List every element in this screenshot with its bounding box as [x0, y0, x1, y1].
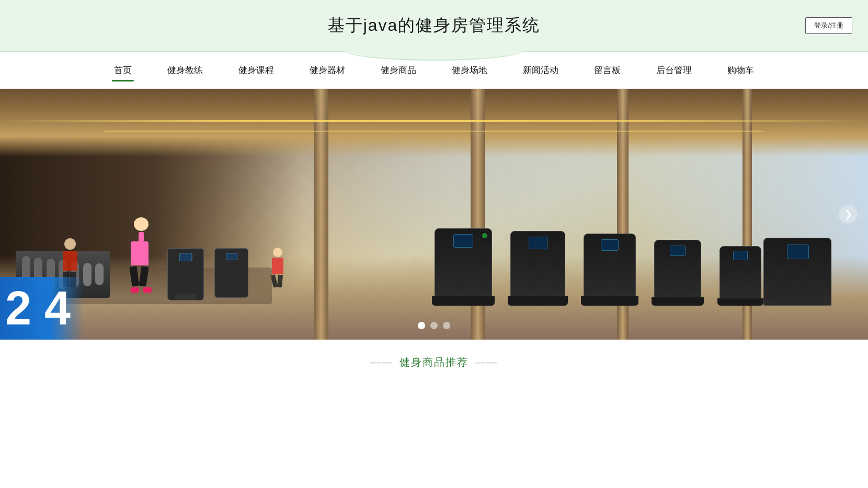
- carousel-dot-1[interactable]: [418, 322, 425, 329]
- nav-item-news[interactable]: 新闻活动: [521, 60, 561, 80]
- hero-carousel: ❯ 2 4: [0, 89, 868, 340]
- nav-item-goods[interactable]: 健身商品: [379, 60, 418, 80]
- carousel-image: ❯ 2 4: [0, 89, 868, 340]
- nav-item-equipment[interactable]: 健身器材: [307, 60, 347, 80]
- nav-item-venue[interactable]: 健身场地: [450, 60, 489, 80]
- nav-item-trainer[interactable]: 健身教练: [165, 60, 205, 80]
- nav-item-message[interactable]: 留言板: [592, 60, 623, 80]
- top-bar: 基于java的健身房管理系统 登录/注册: [0, 0, 868, 52]
- products-section-title: 健身商品推荐: [0, 340, 868, 380]
- carousel-dots: [418, 322, 450, 329]
- login-register-button[interactable]: 登录/注册: [805, 17, 852, 34]
- carousel-next-button[interactable]: ❯: [839, 205, 858, 224]
- nav-item-home[interactable]: 首页: [112, 60, 134, 80]
- carousel-dot-2[interactable]: [430, 322, 438, 329]
- nav-item-course[interactable]: 健身课程: [236, 60, 276, 80]
- promo-number-overlay: 2 4: [0, 277, 84, 340]
- promo-number: 2 4: [5, 285, 71, 332]
- nav-item-cart[interactable]: 购物车: [725, 60, 756, 80]
- site-title: 基于java的健身房管理系统: [328, 14, 541, 37]
- nav-item-admin[interactable]: 后台管理: [654, 60, 694, 80]
- carousel-dot-3[interactable]: [443, 322, 450, 329]
